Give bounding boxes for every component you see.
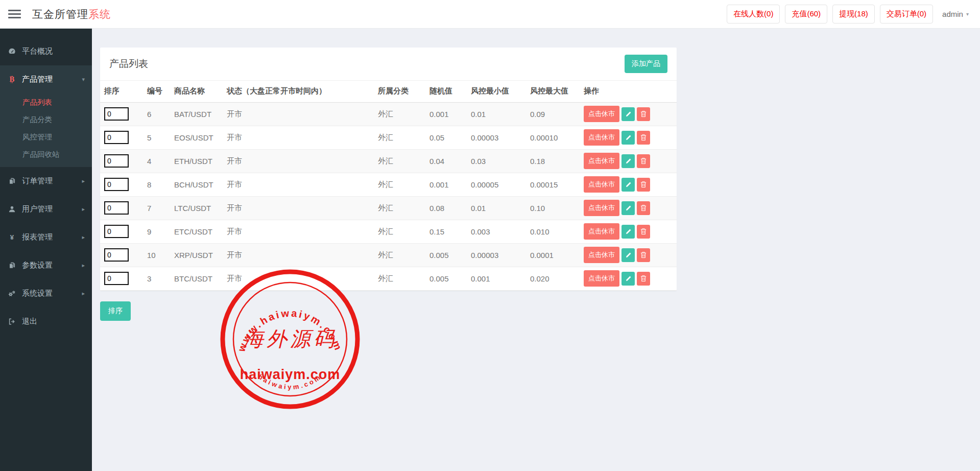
sidebar-item-label: 用户管理: [22, 204, 53, 214]
main-layout: 平台概况B产品管理▾产品列表产品分类风控管理产品回收站订单管理▸用户管理▸¥报表…: [0, 29, 980, 471]
risk-min-cell: 0.00003: [471, 126, 530, 149]
pencil-icon: [625, 134, 632, 141]
edit-button[interactable]: [622, 272, 635, 286]
header-stat-button[interactable]: 充值(60): [785, 5, 827, 23]
sidebar-subitem-product-category[interactable]: 产品分类: [0, 111, 92, 128]
stamp-outer-circle: [223, 272, 357, 407]
yen-icon: ¥: [7, 233, 16, 241]
random-value-cell: 0.15: [429, 220, 471, 243]
sort-cell: [100, 220, 147, 243]
table-row: 9ETC/USDT开市外汇0.150.0030.010点击休市: [100, 220, 677, 243]
close-market-button[interactable]: 点击休市: [584, 176, 619, 193]
sort-input[interactable]: [104, 201, 129, 215]
sidebar-item-params[interactable]: 参数设置▸: [0, 251, 92, 279]
sort-input[interactable]: [104, 225, 129, 238]
id-cell: 9: [147, 220, 174, 243]
sidebar-item-dashboard[interactable]: 平台概况: [0, 37, 92, 65]
add-product-button[interactable]: 添加产品: [625, 55, 667, 73]
hamburger-menu-icon[interactable]: [8, 10, 21, 18]
sort-input[interactable]: [104, 178, 129, 191]
bitcoin-icon: B: [7, 76, 16, 83]
sort-input[interactable]: [104, 107, 129, 121]
sidebar-item-orders[interactable]: 订单管理▸: [0, 167, 92, 195]
delete-button[interactable]: [637, 225, 650, 239]
close-market-button[interactable]: 点击休市: [584, 270, 619, 287]
random-value-cell: 0.005: [429, 267, 471, 290]
delete-button[interactable]: [637, 131, 650, 145]
page-title: 产品列表: [109, 57, 148, 70]
actions-group: 点击休市: [584, 176, 677, 193]
sidebar-subitem-product-list[interactable]: 产品列表: [0, 93, 92, 111]
status-cell: 开市: [227, 267, 378, 290]
delete-button[interactable]: [637, 154, 650, 168]
product-list-card: 产品列表 添加产品 排序编号商品名称状态（大盘正常开市时间内）所属分类随机值风控…: [100, 48, 677, 291]
edit-button[interactable]: [622, 131, 635, 145]
gears-icon: [7, 290, 16, 298]
table-row: 6BAT/USDT开市外汇0.0010.010.09点击休市: [100, 102, 677, 126]
actions-group: 点击休市: [584, 270, 677, 287]
delete-button[interactable]: [637, 201, 650, 215]
table-row: 5EOS/USDT开市外汇0.050.000030.00010点击休市: [100, 126, 677, 149]
files-icon: [7, 177, 16, 185]
delete-button[interactable]: [637, 248, 650, 262]
delete-button[interactable]: [637, 272, 650, 286]
edit-button[interactable]: [622, 107, 635, 121]
close-market-button[interactable]: 点击休市: [584, 247, 619, 263]
close-market-button[interactable]: 点击休市: [584, 129, 619, 146]
header-stat-button[interactable]: 交易订单(0): [880, 5, 933, 23]
close-market-button[interactable]: 点击休市: [584, 200, 619, 216]
edit-button[interactable]: [622, 154, 635, 168]
trash-icon: [640, 228, 647, 235]
random-value-cell: 0.04: [429, 149, 471, 173]
sidebar-subitem-risk-control[interactable]: 风控管理: [0, 128, 92, 146]
sidebar-item-reports[interactable]: ¥报表管理▸: [0, 223, 92, 251]
edit-button[interactable]: [622, 201, 635, 215]
header-stat-button[interactable]: 提现(18): [832, 5, 875, 23]
close-market-button[interactable]: 点击休市: [584, 106, 619, 122]
sidebar-item-label: 报表管理: [22, 232, 53, 242]
sort-input[interactable]: [104, 272, 129, 285]
sort-button[interactable]: 排序: [100, 301, 131, 321]
id-cell: 8: [147, 173, 174, 196]
close-market-button[interactable]: 点击休市: [584, 153, 619, 169]
sort-input[interactable]: [104, 154, 129, 168]
table-header-row: 排序编号商品名称状态（大盘正常开市时间内）所属分类随机值风控最小值风控最大值操作: [100, 81, 677, 102]
id-cell: 10: [147, 243, 174, 267]
app-title-black: 互金所管理: [32, 8, 88, 20]
id-cell: 7: [147, 196, 174, 220]
random-value-cell: 0.001: [429, 102, 471, 126]
edit-button[interactable]: [622, 225, 635, 239]
chevron-right-icon: ▸: [82, 178, 85, 184]
sort-input[interactable]: [104, 248, 129, 262]
close-market-button[interactable]: 点击休市: [584, 223, 619, 240]
admin-dropdown[interactable]: admin ▾: [938, 6, 973, 22]
delete-button[interactable]: [637, 178, 650, 192]
sidebar-item-users[interactable]: 用户管理▸: [0, 195, 92, 223]
trash-icon: [640, 134, 647, 141]
product-name-cell: BCH/USDT: [174, 173, 227, 196]
sidebar-subitem-product-recycle[interactable]: 产品回收站: [0, 146, 92, 163]
actions-cell: 点击休市: [584, 196, 677, 220]
sidebar-item-logout[interactable]: 退出: [0, 308, 92, 336]
pencil-icon: [625, 181, 632, 188]
risk-max-cell: 0.00010: [530, 126, 584, 149]
id-cell: 3: [147, 267, 174, 290]
header-stat-button[interactable]: 在线人数(0): [727, 5, 780, 23]
sort-cell: [100, 149, 147, 173]
edit-button[interactable]: [622, 248, 635, 262]
category-cell: 外汇: [378, 267, 429, 290]
edit-button[interactable]: [622, 178, 635, 192]
product-name-cell: EOS/USDT: [174, 126, 227, 149]
actions-group: 点击休市: [584, 247, 677, 263]
sort-input[interactable]: [104, 131, 129, 144]
risk-min-cell: 0.003: [471, 220, 530, 243]
actions-cell: 点击休市: [584, 149, 677, 173]
sidebar-item-system[interactable]: 系统设置▸: [0, 279, 92, 308]
sidebar-submenu: 产品列表产品分类风控管理产品回收站: [0, 93, 92, 167]
sort-cell: [100, 126, 147, 149]
risk-max-cell: 0.020: [530, 267, 584, 290]
sidebar-item-products[interactable]: B产品管理▾: [0, 65, 92, 93]
delete-button[interactable]: [637, 107, 650, 121]
table-row: 3BTC/USDT开市外汇0.0050.0010.020点击休市: [100, 267, 677, 290]
sort-cell: [100, 173, 147, 196]
